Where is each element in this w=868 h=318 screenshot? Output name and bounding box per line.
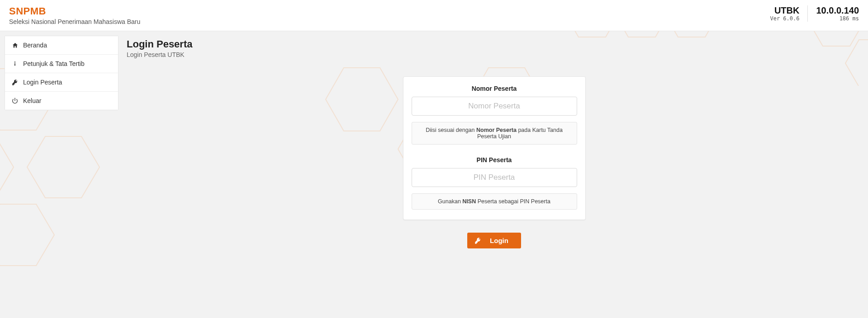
sidebar-item-label: Petunjuk & Tata Tertib <box>23 60 85 67</box>
page-subtitle: Login Peserta UTBK <box>127 51 862 58</box>
nomor-hint: Diisi sesuai dengan Nomor Peserta pada K… <box>412 122 577 145</box>
home-icon <box>11 42 19 49</box>
network-block: 10.0.0.140 186 ms <box>816 5 859 22</box>
hint-text: Peserta sebagai PIN Peserta <box>476 198 550 205</box>
sidebar-item-login[interactable]: Login Peserta <box>5 73 118 92</box>
header-separator <box>807 5 808 22</box>
app-header: SNPMB Seleksi Nasional Penerimaan Mahasi… <box>0 0 868 31</box>
info-icon <box>11 61 19 67</box>
nomor-peserta-input[interactable] <box>412 97 577 116</box>
sidebar-item-petunjuk[interactable]: Petunjuk & Tata Tertib <box>5 55 118 73</box>
key-icon <box>474 237 482 244</box>
brand-block: SNPMB Seleksi Nasional Penerimaan Mahasi… <box>9 5 140 25</box>
sidebar-item-beranda[interactable]: Beranda <box>5 36 118 55</box>
svg-point-12 <box>14 61 15 62</box>
hint-bold: Nomor Peserta <box>476 127 517 133</box>
ip-address: 10.0.0.140 <box>816 5 859 15</box>
field-pin-peserta: PIN Peserta Gunakan NISN Peserta sebagai… <box>412 156 577 210</box>
nomor-label: Nomor Peserta <box>412 85 577 92</box>
brand-subtitle: Seleksi Nasional Penerimaan Mahasiswa Ba… <box>9 18 140 25</box>
app-version: Ver 6.0.6 <box>770 15 799 22</box>
sidebar-item-label: Login Peserta <box>23 79 62 86</box>
main-content: Login Peserta Login Peserta UTBK Nomor P… <box>125 36 863 251</box>
hint-text: Gunakan <box>438 198 462 205</box>
hint-bold: NISN <box>462 198 476 205</box>
pin-label: PIN Peserta <box>412 156 577 164</box>
header-right: UTBK Ver 6.0.6 10.0.0.140 186 ms <box>770 5 859 22</box>
pin-hint: Gunakan NISN Peserta sebagai PIN Peserta <box>412 193 577 210</box>
svg-rect-13 <box>14 63 15 66</box>
sidebar-item-label: Beranda <box>23 42 47 49</box>
brand-title: SNPMB <box>9 5 140 17</box>
latency-value: 186 ms <box>816 15 859 22</box>
page-title: Login Peserta <box>127 38 862 50</box>
power-icon <box>11 98 19 104</box>
sidebar-item-keluar[interactable]: Keluar <box>5 92 118 110</box>
login-card: Nomor Peserta Diisi sesuai dengan Nomor … <box>403 76 586 220</box>
sidebar: Beranda Petunjuk & Tata Tertib Login Pes… <box>5 36 119 110</box>
sidebar-item-label: Keluar <box>23 97 41 104</box>
field-nomor-peserta: Nomor Peserta Diisi sesuai dengan Nomor … <box>412 85 577 145</box>
login-button[interactable]: Login <box>467 233 521 248</box>
hint-text: Diisi sesuai dengan <box>426 127 476 133</box>
key-icon <box>11 79 19 86</box>
app-name: UTBK <box>770 5 799 15</box>
app-name-block: UTBK Ver 6.0.6 <box>770 5 799 22</box>
login-button-label: Login <box>490 237 508 244</box>
pin-peserta-input[interactable] <box>412 168 577 187</box>
